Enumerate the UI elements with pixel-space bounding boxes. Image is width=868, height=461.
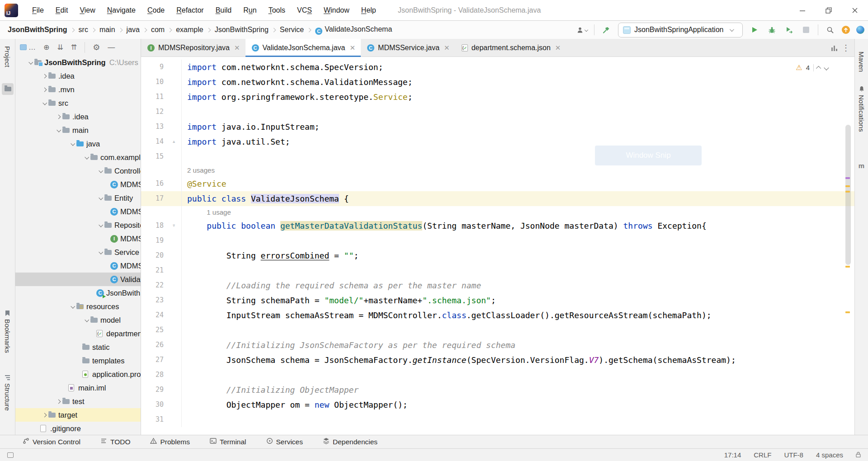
line-number[interactable]: 11 bbox=[141, 89, 166, 104]
chevron-down-icon[interactable] bbox=[54, 129, 62, 132]
tool-window-button-terminal[interactable]: Terminal bbox=[210, 437, 246, 446]
chevron-down-icon[interactable] bbox=[68, 305, 76, 308]
select-opened-file-icon[interactable]: ⊕ bbox=[43, 44, 49, 51]
code-with-me-icon[interactable] bbox=[856, 26, 864, 34]
run-button[interactable] bbox=[749, 24, 760, 35]
chevron-right-icon[interactable] bbox=[40, 414, 48, 417]
chevron-down-icon[interactable] bbox=[96, 169, 104, 173]
breadcrumb-item[interactable]: main bbox=[98, 25, 117, 35]
restore-button[interactable] bbox=[816, 0, 842, 21]
menu-file[interactable]: File bbox=[26, 4, 50, 17]
tool-stripe-maven[interactable]: Maven bbox=[858, 52, 865, 72]
code-editor[interactable]: 9import com.networknt.schema.SpecVersion… bbox=[141, 57, 854, 435]
chevron-down-icon[interactable] bbox=[82, 319, 90, 322]
line-number[interactable]: 30 bbox=[141, 397, 166, 412]
previous-warning-icon[interactable] bbox=[816, 66, 821, 71]
line-number[interactable]: 19 bbox=[141, 233, 166, 248]
line-number[interactable]: 23 bbox=[141, 293, 166, 308]
line-number[interactable]: 26 bbox=[141, 338, 166, 353]
menu-refactor[interactable]: Refactor bbox=[170, 4, 209, 17]
editor-tab[interactable]: {✓department.schema.json✕ bbox=[455, 39, 566, 56]
tree-item-com-example-jsonbwithspring[interactable]: com.example.JsonBwithSpring bbox=[15, 151, 141, 164]
line-number[interactable]: 29 bbox=[141, 382, 166, 397]
line-number[interactable]: 12 bbox=[141, 104, 166, 119]
line-number[interactable]: 9 bbox=[141, 60, 166, 75]
chevron-right-icon[interactable] bbox=[40, 88, 48, 91]
chevron-down-icon[interactable] bbox=[68, 142, 76, 146]
run-with-coverage-button[interactable] bbox=[783, 24, 794, 35]
line-number[interactable]: 20 bbox=[141, 248, 166, 263]
chevron-down-icon[interactable] bbox=[26, 61, 34, 64]
close-button[interactable] bbox=[842, 0, 868, 21]
tree-item-main-iml[interactable]: main.iml bbox=[15, 381, 141, 395]
inspections-widget[interactable]: ⚠ 4 bbox=[793, 62, 831, 73]
line-number[interactable]: 16 bbox=[141, 176, 166, 191]
chevron-right-icon[interactable] bbox=[54, 115, 62, 118]
usages-inlay[interactable]: 1 usage bbox=[141, 206, 854, 218]
lock-icon[interactable] bbox=[856, 451, 861, 459]
tree-item-target[interactable]: target bbox=[15, 408, 141, 422]
tool-stripe-bookmarks[interactable]: Bookmarks bbox=[4, 319, 11, 353]
editor-tab[interactable]: IMDMSRepository.java✕ bbox=[141, 39, 245, 56]
tool-stripe-notifications[interactable]: Notifications bbox=[858, 95, 865, 132]
menu-window[interactable]: Window bbox=[318, 4, 355, 17]
usages-inlay[interactable]: 2 usages bbox=[141, 164, 854, 176]
stop-button[interactable] bbox=[801, 24, 811, 35]
tool-window-button-version-control[interactable]: Version Control bbox=[23, 437, 80, 446]
collapse-all-icon[interactable]: ⇈ bbox=[71, 44, 77, 51]
chevron-down-icon[interactable] bbox=[40, 102, 48, 105]
tree-item-repository[interactable]: Repository bbox=[15, 218, 141, 232]
fold-marker-icon[interactable]: ▵ bbox=[166, 134, 182, 149]
tool-window-button-services[interactable]: Services bbox=[266, 437, 303, 446]
line-number[interactable]: 22 bbox=[141, 278, 166, 293]
run-configuration-select[interactable]: JsonBwithSpringApplication bbox=[618, 23, 743, 38]
project-tool-icon[interactable] bbox=[2, 83, 14, 95]
ide-update-icon[interactable] bbox=[842, 26, 850, 34]
tree-item-templates[interactable]: templates bbox=[15, 354, 141, 367]
user-icon[interactable] bbox=[577, 24, 588, 35]
menu-help[interactable]: Help bbox=[355, 4, 382, 17]
line-number[interactable]: 31 bbox=[141, 412, 166, 427]
chevron-right-icon[interactable] bbox=[40, 75, 48, 78]
status-item[interactable]: 17:14 bbox=[724, 451, 741, 459]
breadcrumb-item[interactable]: JsonBwithSpring bbox=[213, 25, 270, 35]
tree-item--gitignore[interactable]: .gitignore bbox=[15, 422, 141, 435]
status-left-icon[interactable] bbox=[7, 452, 14, 458]
tree-item--idea[interactable]: .idea bbox=[15, 110, 141, 123]
line-number[interactable]: 18 bbox=[141, 218, 166, 233]
menu-build[interactable]: Build bbox=[210, 4, 238, 17]
breadcrumb-item[interactable]: CValidateJsonSchema bbox=[314, 24, 393, 36]
editor-tab[interactable]: CMDMSService.java✕ bbox=[361, 39, 455, 56]
editor-scrollbar[interactable] bbox=[841, 57, 854, 435]
tree-item-main[interactable]: main bbox=[15, 123, 141, 137]
tool-window-button-problems[interactable]: Problems bbox=[150, 437, 189, 446]
tree-item-resources[interactable]: resources bbox=[15, 300, 141, 313]
menu-code[interactable]: Code bbox=[142, 4, 170, 17]
settings-gear-icon[interactable]: ⚙ bbox=[93, 43, 100, 52]
tab-close-icon[interactable]: ✕ bbox=[444, 44, 450, 52]
minimize-button[interactable] bbox=[789, 0, 816, 21]
line-number[interactable]: 24 bbox=[141, 308, 166, 323]
fold-marker-icon[interactable]: ▿ bbox=[166, 218, 182, 233]
scrollbar-thumb[interactable] bbox=[845, 125, 851, 265]
tool-stripe-structure[interactable]: Structure bbox=[4, 383, 11, 411]
breadcrumb-item[interactable]: com bbox=[150, 25, 166, 35]
structure-icon[interactable] bbox=[5, 374, 10, 382]
breadcrumb-item[interactable]: example bbox=[175, 25, 204, 35]
recent-files-icon[interactable] bbox=[831, 45, 837, 51]
chevron-down-icon[interactable] bbox=[96, 224, 104, 227]
tree-item--mvn[interactable]: .mvn bbox=[15, 83, 141, 96]
chevron-down-icon[interactable] bbox=[82, 156, 90, 159]
hide-panel-icon[interactable]: — bbox=[108, 44, 115, 51]
build-hammer-icon[interactable] bbox=[601, 24, 612, 35]
tree-item-mdmsrepository[interactable]: IMDMSRepository bbox=[15, 232, 141, 245]
line-number[interactable]: 25 bbox=[141, 323, 166, 338]
breadcrumb-item[interactable]: JsonBwithSpring bbox=[6, 25, 69, 35]
breadcrumb-item[interactable]: Service bbox=[278, 25, 305, 35]
status-item[interactable]: UTF-8 bbox=[784, 451, 803, 459]
expand-all-icon[interactable]: ⇊ bbox=[57, 44, 63, 51]
tree-item-department-schema-json[interactable]: {✓department.schema.json bbox=[15, 327, 141, 340]
project-view-selector[interactable]: … bbox=[20, 44, 36, 51]
debug-button[interactable] bbox=[766, 24, 777, 35]
more-options-icon[interactable]: ⋮ bbox=[842, 43, 850, 53]
